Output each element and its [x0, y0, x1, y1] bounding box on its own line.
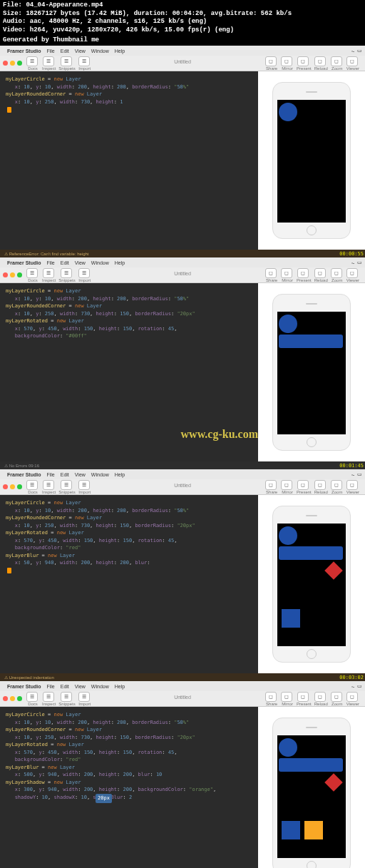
toolbar-button[interactable]: ◻	[346, 56, 358, 66]
toolbar-button[interactable]: ☰	[61, 692, 72, 702]
wifi-icon[interactable]: ⏦	[351, 684, 354, 689]
menu-item[interactable]: View	[75, 472, 86, 477]
menu-item[interactable]: File	[46, 684, 54, 689]
app-menu[interactable]: Framer Studio	[7, 684, 41, 689]
battery-icon[interactable]: ▭	[357, 260, 362, 265]
close-button[interactable]	[3, 61, 8, 66]
menu-item[interactable]: Help	[115, 48, 125, 53]
close-button[interactable]	[3, 484, 8, 489]
battery-icon[interactable]: ▭	[357, 471, 362, 477]
menu-item[interactable]: Edit	[61, 684, 69, 689]
toolbar-button[interactable]: ◻	[331, 480, 342, 490]
toolbar-button[interactable]: ☰	[78, 692, 90, 702]
maximize-button[interactable]	[17, 484, 22, 489]
menu-item[interactable]: File	[46, 260, 54, 265]
wifi-icon[interactable]: ⏦	[351, 472, 354, 477]
menu-item[interactable]: View	[75, 260, 86, 265]
toolbar-label: Share	[266, 278, 277, 282]
app-menu[interactable]: Framer Studio	[7, 48, 41, 53]
thumbnail-frame: Framer Studio FileEditViewWindowHelp ⏦ ▭…	[0, 46, 365, 257]
code-editor[interactable]: myLayerCircle = new Layer x: 10, y: 10, …	[0, 495, 258, 673]
maximize-button[interactable]	[17, 272, 22, 277]
menu-item[interactable]: Window	[91, 472, 109, 477]
toolbar-button[interactable]: ☰	[26, 480, 38, 490]
toolbar-button[interactable]: ◻	[265, 692, 277, 702]
editor-statusbar: ⚠ No Errors 09:16	[0, 461, 365, 469]
toolbar-button[interactable]: ☰	[78, 480, 90, 490]
toolbar-button[interactable]: ◻	[314, 268, 326, 278]
battery-icon[interactable]: ▭	[357, 683, 362, 689]
minimize-button[interactable]	[10, 272, 15, 277]
toolbar-button[interactable]: ☰	[78, 268, 90, 278]
toolbar-button[interactable]: ☰	[26, 692, 38, 702]
editor-statusbar: ⚠ ReferenceError: Can't find variable: h…	[0, 250, 365, 257]
toolbar-button[interactable]: ◻	[265, 56, 277, 66]
menu-item[interactable]: View	[75, 48, 86, 53]
toolbar-button[interactable]: ◻	[331, 692, 342, 702]
toolbar-button[interactable]: ◻	[281, 268, 292, 278]
device-preview	[258, 283, 365, 461]
menu-item[interactable]: Window	[91, 260, 109, 265]
toolbar-button[interactable]: ☰	[43, 692, 54, 702]
toolbar-button[interactable]: ☰	[43, 268, 54, 278]
toolbar-button[interactable]: ◻	[297, 692, 309, 702]
toolbar-button[interactable]: ◻	[314, 692, 326, 702]
menu-item[interactable]: Help	[115, 260, 125, 265]
code-editor[interactable]: myLayerCircle = new Layer x: 10, y: 10, …	[0, 707, 258, 868]
toolbar-button[interactable]: ☰	[43, 480, 54, 490]
toolbar-button[interactable]: ◻	[265, 480, 277, 490]
menu-item[interactable]: Help	[115, 684, 125, 689]
toolbar-button[interactable]: ☰	[78, 56, 90, 66]
maximize-button[interactable]	[17, 696, 22, 701]
status-message: ⚠ Unexpected indentation	[4, 675, 54, 680]
menu-item[interactable]: Edit	[61, 472, 69, 477]
preview-rotated-square	[324, 774, 342, 792]
toolbar-button[interactable]: ◻	[281, 692, 292, 702]
maximize-button[interactable]	[17, 61, 22, 66]
toolbar-button[interactable]: ◻	[346, 480, 358, 490]
toolbar-button[interactable]: ◻	[281, 480, 292, 490]
macos-menubar: Framer Studio FileEditViewWindowHelp ⏦ ▭	[0, 257, 365, 267]
toolbar-button[interactable]: ◻	[331, 56, 342, 66]
toolbar-button[interactable]: ◻	[297, 56, 309, 66]
app-menu[interactable]: Framer Studio	[7, 260, 41, 265]
close-button[interactable]	[3, 272, 8, 277]
toolbar-button[interactable]: ☰	[61, 268, 72, 278]
toolbar-label: Import	[78, 702, 91, 706]
toolbar-button[interactable]: ☰	[61, 56, 72, 66]
menu-item[interactable]: Window	[91, 684, 109, 689]
close-button[interactable]	[3, 696, 8, 701]
phone-speaker	[306, 515, 317, 516]
code-editor[interactable]: myLayerCircle = new Layer x: 10, y: 10, …	[0, 71, 258, 250]
toolbar-button[interactable]: ◻	[314, 56, 326, 66]
toolbar-button[interactable]: ◻	[331, 268, 342, 278]
toolbar-button[interactable]: ◻	[281, 56, 292, 66]
toolbar-button[interactable]: ☰	[61, 480, 72, 490]
minimize-button[interactable]	[10, 61, 15, 66]
toolbar-button[interactable]: ☰	[26, 268, 38, 278]
toolbar-button[interactable]: ◻	[297, 268, 309, 278]
menu-item[interactable]: Edit	[61, 48, 69, 53]
toolbar-button[interactable]: ◻	[297, 480, 309, 490]
toolbar-label: Inspect	[42, 278, 56, 282]
menu-item[interactable]: File	[46, 472, 54, 477]
menu-item[interactable]: View	[75, 684, 86, 689]
toolbar-button[interactable]: ☰	[43, 56, 54, 66]
toolbar-button[interactable]: ◻	[314, 480, 326, 490]
app-menu[interactable]: Framer Studio	[7, 472, 41, 477]
wifi-icon[interactable]: ⏦	[351, 260, 354, 265]
toolbar-button[interactable]: ◻	[346, 268, 358, 278]
minimize-button[interactable]	[10, 484, 15, 489]
autocomplete-tooltip[interactable]: 20px	[96, 794, 112, 803]
toolbar-button[interactable]: ◻	[346, 692, 358, 702]
battery-icon[interactable]: ▭	[357, 48, 362, 53]
toolbar-button[interactable]: ☰	[26, 56, 38, 66]
preview-rounded-bar	[279, 546, 343, 560]
menu-item[interactable]: Edit	[61, 260, 69, 265]
menu-item[interactable]: File	[46, 48, 54, 53]
minimize-button[interactable]	[10, 696, 15, 701]
menu-item[interactable]: Window	[91, 48, 109, 53]
menu-item[interactable]: Help	[115, 472, 125, 477]
toolbar-button[interactable]: ◻	[265, 268, 277, 278]
wifi-icon[interactable]: ⏦	[351, 48, 354, 53]
